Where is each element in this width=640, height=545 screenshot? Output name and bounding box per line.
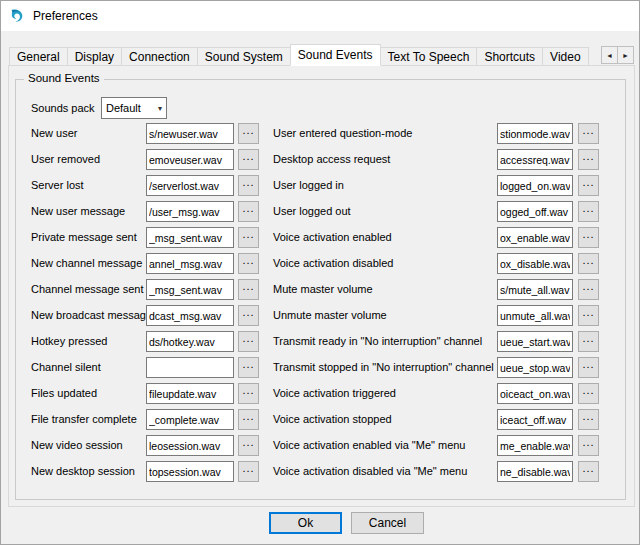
sound-file-input[interactable] [146,357,234,378]
browse-button[interactable]: ... [578,279,599,300]
sound-event-label: Desktop access request [273,153,390,165]
tab-shortcuts[interactable]: Shortcuts [476,47,543,66]
sound-file-input[interactable] [146,461,234,482]
tab-sound-system[interactable]: Sound System [197,47,291,66]
window-title: Preferences [33,9,98,23]
browse-button[interactable]: ... [578,227,599,248]
sound-event-label: Hotkey pressed [31,335,107,347]
sound-file-input[interactable] [497,305,573,326]
sound-file-input[interactable] [146,227,234,248]
sound-file-input[interactable] [146,409,234,430]
tab-general[interactable]: General [9,47,68,66]
sound-event-label: Unmute master volume [273,309,387,321]
browse-button[interactable]: ... [578,409,599,430]
browse-button[interactable]: ... [238,305,259,326]
browse-button[interactable]: ... [578,383,599,404]
tab-sound-events[interactable]: Sound Events [290,44,381,66]
sound-file-input[interactable] [146,201,234,222]
sound-file-input[interactable] [146,305,234,326]
tab-scroll-right-button[interactable]: ► [617,46,634,64]
sound-event-label: User entered question-mode [273,127,412,139]
browse-button[interactable]: ... [578,253,599,274]
tab-text-to-speech[interactable]: Text To Speech [380,47,478,66]
sound-file-input[interactable] [146,331,234,352]
sound-event-label: User logged out [273,205,351,217]
browse-button[interactable]: ... [238,149,259,170]
sound-file-input[interactable] [497,279,573,300]
sound-event-label: New user message [31,205,125,217]
browse-button[interactable]: ... [238,123,259,144]
chevron-down-icon: ▾ [158,104,162,113]
sound-event-label: New desktop session [31,465,135,477]
sound-file-input[interactable] [146,123,234,144]
browse-button[interactable]: ... [578,305,599,326]
browse-button[interactable]: ... [578,175,599,196]
sound-file-input[interactable] [497,461,573,482]
browse-button[interactable]: ... [238,383,259,404]
sound-event-label: Channel silent [31,361,101,373]
sound-file-input[interactable] [146,435,234,456]
browse-button[interactable]: ... [238,175,259,196]
browse-button[interactable]: ... [578,357,599,378]
sound-file-input[interactable] [146,175,234,196]
browse-button[interactable]: ... [238,409,259,430]
sound-file-input[interactable] [497,383,573,404]
sound-event-label: User logged in [273,179,344,191]
browse-button[interactable]: ... [578,435,599,456]
sound-event-label: Transmit stopped in "No interruption" ch… [273,361,494,373]
sounds-pack-select[interactable]: Default ▾ [101,97,167,119]
tab-scroller: ◄ ► [601,46,633,64]
browse-button[interactable]: ... [578,149,599,170]
browse-button[interactable]: ... [238,253,259,274]
tab-scroll-left-button[interactable]: ◄ [601,46,618,64]
tab-connection[interactable]: Connection [121,47,198,66]
browse-button[interactable]: ... [578,123,599,144]
browse-button[interactable]: ... [238,201,259,222]
browse-button[interactable]: ... [578,331,599,352]
sound-file-input[interactable] [497,331,573,352]
app-logo-icon [9,8,25,24]
sound-file-input[interactable] [146,383,234,404]
sound-event-label: File transfer complete [31,413,137,425]
sound-file-input[interactable] [146,253,234,274]
sound-file-input[interactable] [497,227,573,248]
tab-video[interactable]: Video [542,47,588,66]
tab-strip: GeneralDisplayConnectionSound SystemSoun… [9,44,601,66]
sound-file-input[interactable] [497,201,573,222]
sound-file-input[interactable] [497,149,573,170]
sound-file-input[interactable] [497,357,573,378]
sounds-pack-value: Default [106,102,141,114]
browse-button[interactable]: ... [578,461,599,482]
sound-event-label: Voice activation disabled via "Me" menu [273,465,467,477]
sound-file-input[interactable] [146,279,234,300]
browse-button[interactable]: ... [238,331,259,352]
browse-button[interactable]: ... [238,461,259,482]
sound-event-label: New user [31,127,77,139]
sound-event-label: Private message sent [31,231,137,243]
sound-file-input[interactable] [497,123,573,144]
browse-button[interactable]: ... [238,357,259,378]
cancel-button[interactable]: Cancel [351,512,424,534]
sound-file-input[interactable] [497,175,573,196]
sound-file-input[interactable] [497,253,573,274]
sound-event-label: User removed [31,153,100,165]
browse-button[interactable]: ... [238,435,259,456]
sound-event-label: Mute master volume [273,283,373,295]
browse-button[interactable]: ... [578,201,599,222]
sound-file-input[interactable] [497,435,573,456]
sound-event-label: New channel message [31,257,142,269]
tab-display[interactable]: Display [67,47,122,66]
sound-event-label: New broadcast message [31,309,152,321]
sound-file-input[interactable] [497,409,573,430]
preferences-dialog: { "window": { "title": "Preferences" }, … [0,0,640,545]
sound-event-label: Voice activation enabled via "Me" menu [273,439,465,451]
sound-event-label: Voice activation enabled [273,231,392,243]
ok-button[interactable]: Ok [269,512,342,534]
browse-button[interactable]: ... [238,279,259,300]
sound-event-label: Channel message sent [31,283,144,295]
sound-event-label: Voice activation disabled [273,257,393,269]
browse-button[interactable]: ... [238,227,259,248]
titlebar: Preferences [1,1,639,31]
sound-file-input[interactable] [146,149,234,170]
sound-event-label: Files updated [31,387,97,399]
